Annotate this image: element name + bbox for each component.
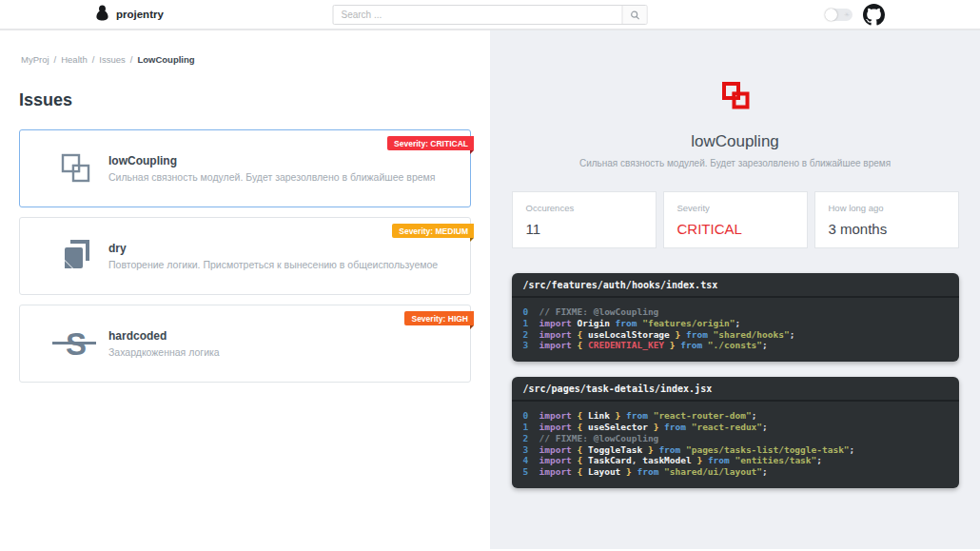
stat-value: CRITICAL	[677, 221, 794, 237]
severity-badge: Severity: CRITICAL	[387, 136, 474, 150]
stat-label: Occurences	[526, 203, 642, 213]
page-title: Issues	[19, 90, 471, 110]
stat-severity: Severity CRITICAL	[663, 191, 808, 248]
breadcrumb-separator: /	[92, 54, 95, 65]
code-line: 5import { Layout } from "shared/ui/layou…	[512, 466, 959, 478]
breadcrumb-item[interactable]: Health	[61, 54, 87, 65]
stat-label: Severity	[677, 203, 794, 213]
code-line: 1import Origin from "features/origin";	[512, 318, 959, 329]
code-line: 1import { useSelector } from "react-redu…	[512, 422, 959, 433]
main-content: MyProj/Health/Issues/LowCoupling Issues …	[0, 30, 980, 549]
breadcrumb-separator: /	[130, 54, 133, 65]
navbar-controls: ☀	[825, 4, 885, 26]
line-number: 1	[512, 422, 531, 433]
brand[interactable]: projentry	[95, 5, 164, 25]
line-number: 0	[512, 410, 531, 422]
issue-details-panel: lowCoupling Сильная связность модулей. Б…	[490, 30, 980, 549]
code-block: /src/pages/task-details/index.jsx0import…	[512, 377, 959, 488]
stats-row: Occurences 11 Severity CRITICAL How long…	[512, 191, 959, 248]
brand-title: projentry	[116, 9, 164, 20]
code-text: import { useSelector } from "react-redux…	[531, 422, 768, 433]
theme-toggle[interactable]: ☀	[825, 9, 853, 21]
code-text: import { CREDENTIAL_KEY } from "./consts…	[531, 340, 768, 351]
code-text: // FIXME: @lowCoupling	[531, 433, 659, 444]
stat-label: How long ago	[829, 203, 945, 213]
line-number: 2	[512, 329, 531, 341]
search-icon	[630, 7, 639, 24]
breadcrumb-item[interactable]: MyProj	[21, 54, 49, 65]
code-text: import { Layout } from "shared/ui/layout…	[531, 466, 768, 478]
issue-card-title: lowCoupling	[108, 154, 435, 167]
logo-icon	[95, 5, 109, 25]
badge-fold	[470, 238, 474, 242]
code-file-path: /src/pages/task-details/index.jsx	[512, 377, 959, 402]
code-text: import { useLocalStorage } from "shared/…	[531, 329, 795, 341]
code-body: 0// FIXME: @lowCoupling1import Origin fr…	[512, 298, 959, 362]
breadcrumb-separator: /	[54, 54, 57, 65]
line-number: 2	[512, 433, 531, 444]
issue-card-dry[interactable]: dryПовторение логики. Присмотреться к вы…	[19, 217, 471, 295]
line-number: 5	[512, 466, 531, 478]
copy-pages-icon	[58, 237, 94, 275]
line-number: 1	[512, 318, 531, 329]
code-line: 4import { TaskCard, taskModel } from "en…	[512, 455, 959, 466]
stat-value: 3 months	[829, 221, 945, 237]
search-box	[333, 5, 648, 25]
breadcrumb-item[interactable]: Issues	[99, 54, 125, 65]
details-header: lowCoupling Сильная связность модулей. Б…	[512, 80, 959, 168]
code-body: 0import { Link } from "react-router-dom"…	[512, 402, 959, 488]
search-button[interactable]	[622, 6, 647, 24]
strikethrough-s-icon: S	[58, 325, 94, 363]
issue-card-description: Повторение логики. Присмотреться к вынес…	[108, 259, 438, 270]
code-line: 0// FIXME: @lowCoupling	[512, 306, 959, 318]
overlapping-squares-icon	[58, 149, 94, 187]
line-number: 3	[512, 340, 531, 351]
line-number: 4	[512, 455, 531, 466]
code-line: 2import { useLocalStorage } from "shared…	[512, 329, 959, 341]
severity-badge: Severity: HIGH	[404, 311, 474, 325]
toggle-knob	[825, 9, 837, 21]
issue-card-description: Захардкоженная логика	[108, 346, 220, 358]
code-line: 3import { CREDENTIAL_KEY } from "./const…	[512, 340, 959, 351]
code-line: 0import { Link } from "react-router-dom"…	[512, 410, 959, 422]
severity-badge: Severity: MEDIUM	[392, 224, 474, 238]
badge-fold	[470, 325, 474, 329]
stat-how-long-ago: How long ago 3 months	[814, 191, 959, 248]
issue-card-list: lowCouplingСильная связность модулей. Бу…	[19, 129, 471, 383]
stat-value: 11	[526, 221, 642, 237]
github-icon[interactable]	[863, 4, 885, 26]
breadcrumb: MyProj/Health/Issues/LowCoupling	[19, 54, 471, 65]
line-number: 3	[512, 444, 531, 456]
code-block-list: /src/features/auth/hooks/index.tsx0// FI…	[512, 273, 959, 488]
overlapping-squares-icon	[720, 97, 751, 113]
code-text: import { ToggleTask } from "pages/tasks-…	[531, 444, 855, 456]
details-title: lowCoupling	[512, 132, 959, 151]
code-line: 3import { ToggleTask } from "pages/tasks…	[512, 444, 959, 456]
code-text: import Origin from "features/origin";	[531, 318, 741, 329]
navbar: projentry ☀	[0, 0, 980, 30]
breadcrumb-item: LowCoupling	[137, 54, 194, 65]
code-text: import { Link } from "react-router-dom";	[531, 410, 757, 422]
code-text: import { TaskCard, taskModel } from "ent…	[531, 455, 823, 466]
badge-fold	[470, 150, 474, 154]
sun-icon: ☀	[844, 11, 850, 18]
line-number: 0	[512, 306, 531, 318]
code-block: /src/features/auth/hooks/index.tsx0// FI…	[512, 273, 959, 362]
code-text: // FIXME: @lowCoupling	[531, 306, 659, 318]
search-input[interactable]	[334, 10, 622, 20]
issues-panel: MyProj/Health/Issues/LowCoupling Issues …	[0, 30, 490, 549]
issue-card-description: Сильная связность модулей. Будет зарезол…	[108, 171, 435, 183]
issue-card-title: hardcoded	[108, 329, 220, 343]
code-line: 2// FIXME: @lowCoupling	[512, 433, 959, 444]
issue-card-title: dry	[108, 242, 438, 255]
details-subtitle: Сильная связность модулей. Будет зарезол…	[512, 158, 959, 168]
issue-card-lowCoupling[interactable]: lowCouplingСильная связность модулей. Бу…	[19, 129, 471, 207]
code-file-path: /src/features/auth/hooks/index.tsx	[512, 273, 959, 298]
issue-card-hardcoded[interactable]: ShardcodedЗахардкоженная логикаSeverity:…	[19, 305, 471, 383]
stat-occurences: Occurences 11	[512, 191, 657, 248]
